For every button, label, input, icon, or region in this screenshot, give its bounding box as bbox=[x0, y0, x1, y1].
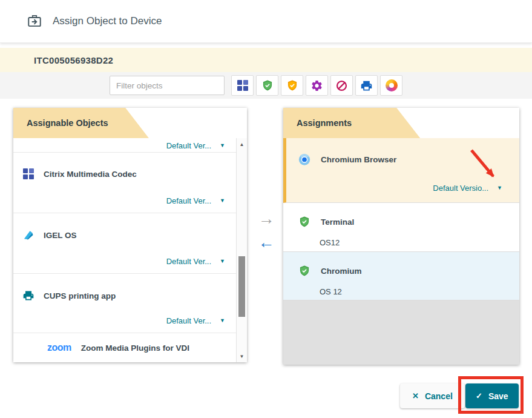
object-name: Zoom Media Plugins for VDI bbox=[81, 343, 189, 353]
printer-icon bbox=[22, 290, 35, 302]
list-item-citrix-multimedia-codec[interactable]: Citrix Multimedia Codec Default Ver... ▼ bbox=[13, 153, 247, 213]
version-select[interactable]: Default Ver... ▼ bbox=[166, 316, 225, 325]
scrollbar[interactable]: ▲ ▼ bbox=[236, 138, 247, 362]
green-shield-filter-button[interactable] bbox=[256, 75, 278, 96]
chevron-down-icon: ▼ bbox=[220, 259, 225, 264]
assign-object-to-device-icon bbox=[27, 13, 42, 29]
orange-shield-icon bbox=[286, 79, 298, 92]
check-icon: ✓ bbox=[476, 392, 482, 400]
scroll-down-icon[interactable]: ▼ bbox=[237, 352, 247, 360]
assignments-list: Chromium Browser Default Versio... ▼ Ter… bbox=[283, 138, 519, 365]
object-type-filters bbox=[231, 75, 402, 96]
list-item-zoom-media-plugins[interactable]: zoom Zoom Media Plugins for VDI bbox=[13, 333, 247, 362]
dialog-title: Assign Object to Device bbox=[53, 15, 162, 27]
panel-title: Assignable Objects bbox=[13, 108, 247, 138]
version-label: Default Versio... bbox=[433, 184, 488, 193]
red-prohibit-icon bbox=[335, 79, 348, 92]
purple-gear-filter-button[interactable] bbox=[306, 75, 328, 96]
version-label: Default Ver... bbox=[166, 257, 211, 266]
object-name: Citrix Multimedia Codec bbox=[44, 170, 137, 179]
red-prohibit-filter-button[interactable] bbox=[330, 75, 353, 96]
filter-bar bbox=[0, 72, 532, 99]
version-select[interactable]: Default Versio... ▼ bbox=[433, 184, 502, 193]
assignment-item-chromium-browser[interactable]: Chromium Browser Default Versio... ▼ bbox=[283, 138, 519, 203]
version-select[interactable]: Default Ver... ▼ bbox=[166, 141, 225, 150]
filter-objects-input[interactable] bbox=[110, 76, 225, 95]
dialog-header: Assign Object to Device bbox=[0, 0, 532, 43]
zoom-logo-icon: zoom bbox=[47, 343, 71, 353]
list-item-cups-printing-app[interactable]: CUPS printing app Default Ver... ▼ bbox=[13, 274, 247, 333]
transfer-controls: → ← bbox=[254, 211, 278, 251]
object-name: Chromium Browser bbox=[321, 155, 396, 164]
object-name: CUPS printing app bbox=[44, 291, 116, 300]
object-name: Chromium bbox=[321, 267, 362, 276]
unassign-left-arrow[interactable]: ← bbox=[258, 234, 275, 251]
blue-printer-filter-button[interactable] bbox=[355, 75, 378, 96]
blue-printer-icon bbox=[360, 79, 373, 92]
chevron-down-icon: ▼ bbox=[220, 318, 225, 323]
green-shield-icon bbox=[298, 215, 311, 228]
green-shield-icon bbox=[298, 264, 311, 277]
apps-filter-button[interactable] bbox=[231, 75, 254, 96]
assignable-objects-header: Assignable Objects bbox=[13, 108, 247, 139]
assignable-objects-panel: Assignable Objects Default Ver... ▼ Citr… bbox=[13, 108, 247, 362]
chromium-browser-icon bbox=[298, 153, 311, 167]
igel-os-icon bbox=[22, 229, 35, 241]
apps-icon bbox=[237, 80, 248, 91]
device-bar: ITC005056938D22 bbox=[0, 48, 532, 72]
chevron-down-icon: ▼ bbox=[220, 198, 225, 204]
scroll-up-icon[interactable]: ▲ bbox=[237, 140, 247, 148]
cancel-button[interactable]: ✕ Cancel bbox=[400, 383, 465, 408]
assignable-objects-list: Default Ver... ▼ Citrix Multimedia Codec… bbox=[13, 138, 247, 362]
save-button[interactable]: ✓ Save bbox=[465, 383, 519, 408]
list-item-partial[interactable]: Default Ver... ▼ bbox=[13, 138, 247, 153]
assignments-header: Assignments bbox=[283, 108, 519, 139]
object-subtitle: OS12 bbox=[320, 238, 519, 247]
panel-title: Assignments bbox=[283, 108, 519, 138]
object-name: IGEL OS bbox=[44, 231, 77, 240]
multicolor-wheel-icon bbox=[386, 79, 398, 91]
green-shield-icon bbox=[261, 79, 274, 92]
object-name: Terminal bbox=[321, 217, 354, 227]
version-select[interactable]: Default Ver... ▼ bbox=[166, 196, 225, 205]
list-item-igel-os[interactable]: IGEL OS Default Ver... ▼ bbox=[13, 213, 247, 274]
device-id: ITC005056938D22 bbox=[34, 55, 113, 65]
version-select[interactable]: Default Ver... ▼ bbox=[166, 257, 225, 266]
chevron-down-icon: ▼ bbox=[497, 185, 502, 191]
version-label: Default Ver... bbox=[166, 141, 211, 150]
assignment-item-chromium[interactable]: Chromium OS 12 bbox=[283, 252, 519, 300]
version-label: Default Ver... bbox=[166, 316, 211, 325]
chevron-down-icon: ▼ bbox=[220, 143, 225, 148]
assign-right-arrow[interactable]: → bbox=[258, 211, 275, 227]
version-label: Default Ver... bbox=[166, 196, 211, 205]
purple-gear-icon bbox=[310, 79, 323, 92]
close-icon: ✕ bbox=[412, 392, 419, 400]
assignments-panel: Assignments Chromium Browser Default Ver… bbox=[283, 108, 519, 365]
multicolor-wheel-filter-button[interactable] bbox=[380, 75, 402, 96]
orange-shield-filter-button[interactable] bbox=[281, 75, 303, 96]
object-subtitle: OS 12 bbox=[320, 287, 519, 296]
assign-object-dialog: Assign Object to Device ITC005056938D22 bbox=[0, 0, 532, 418]
assignment-item-terminal[interactable]: Terminal OS12 bbox=[283, 203, 519, 252]
save-button-label: Save bbox=[488, 391, 508, 401]
scrollbar-thumb[interactable] bbox=[238, 256, 245, 317]
apps-icon bbox=[22, 168, 35, 179]
cancel-button-label: Cancel bbox=[425, 391, 453, 401]
